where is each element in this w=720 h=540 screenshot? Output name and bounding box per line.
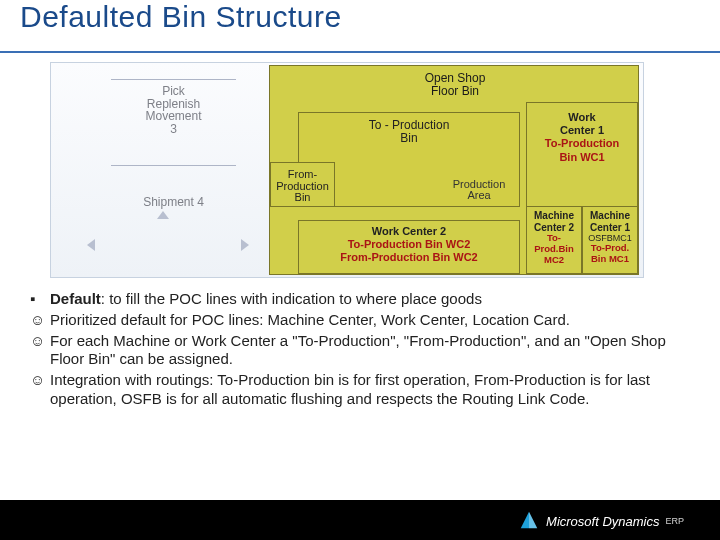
footer-erp-text: ERP (665, 516, 684, 526)
footer-brand: Microsoft Dynamics ERP (518, 510, 684, 532)
bullet-line-2: Prioritized default for POC lines: Machi… (50, 311, 700, 330)
arrow-right-icon (241, 239, 249, 251)
production-area-label: Production Area (443, 179, 515, 202)
work-center-2-bin: To-Production Bin WC2 From-Production Bi… (299, 238, 519, 264)
shop-floor-block: Open Shop Floor Bin To - Production Bin … (269, 65, 639, 275)
work-center-1-block: Work Center 1 To-Production Bin WC1 (526, 102, 638, 207)
machine-center-2-head: Machine Center 2 (529, 210, 579, 233)
bullet-square-icon: ▪ (30, 290, 50, 309)
bullet-1-rest: : to fill the POC lines with indication … (101, 290, 482, 307)
smiley-icon: ☺ (30, 371, 50, 409)
body-text: ▪ Default: to fill the POC lines with in… (30, 290, 700, 411)
machine-center-1-bin: To-Prod. Bin MC1 (585, 243, 635, 265)
slide: Defaulted Bin Structure Pick Replenish M… (0, 0, 720, 540)
from-production-bin-block: From- Production Bin (270, 162, 335, 207)
arrow-left-icon (87, 239, 95, 251)
work-center-1-bin: To-Production Bin WC1 (531, 137, 633, 163)
bullet-line-4: Integration with routings: To-Production… (50, 371, 700, 409)
bullet-line-3: For each Machine or Work Center a "To-Pr… (50, 332, 700, 370)
machine-center-1-block: Machine Center 1 OSFBMC1 To-Prod. Bin MC… (582, 206, 638, 274)
divider (111, 165, 236, 166)
divider (111, 79, 236, 80)
bullet-1-bold: Default (50, 290, 101, 307)
machine-center-2-block: Machine Center 2 To- Prod.Bin MC2 (526, 206, 582, 274)
dynamics-logo-icon (518, 510, 540, 532)
diagram-panel: Pick Replenish Movement 3 Shipment 4 Ope… (50, 62, 644, 278)
footer-brand-text: Microsoft Dynamics (546, 514, 659, 529)
pick-replenish-label: Pick Replenish Movement 3 (111, 85, 236, 135)
machine-center-1-head: Machine Center 1 (585, 210, 635, 233)
shipment-label: Shipment 4 (111, 195, 236, 209)
page-title: Defaulted Bin Structure (20, 0, 342, 34)
title-underline (0, 51, 720, 53)
to-production-bin-label: To - Production Bin (299, 119, 519, 145)
smiley-icon: ☺ (30, 332, 50, 370)
machine-center-2-bin: To- Prod.Bin MC2 (529, 233, 579, 266)
bullet-line-1: Default: to fill the POC lines with indi… (50, 290, 700, 309)
arrow-up-icon (157, 211, 169, 219)
open-shop-floor-bin-label: Open Shop Floor Bin (400, 72, 510, 97)
work-center-2-head: Work Center 2 (299, 225, 519, 238)
work-center-1-head: Work Center 1 (531, 111, 633, 137)
work-center-2-block: Work Center 2 To-Production Bin WC2 From… (298, 220, 520, 274)
warehouse-left-column: Pick Replenish Movement 3 Shipment 4 (111, 75, 236, 231)
smiley-icon: ☺ (30, 311, 50, 330)
